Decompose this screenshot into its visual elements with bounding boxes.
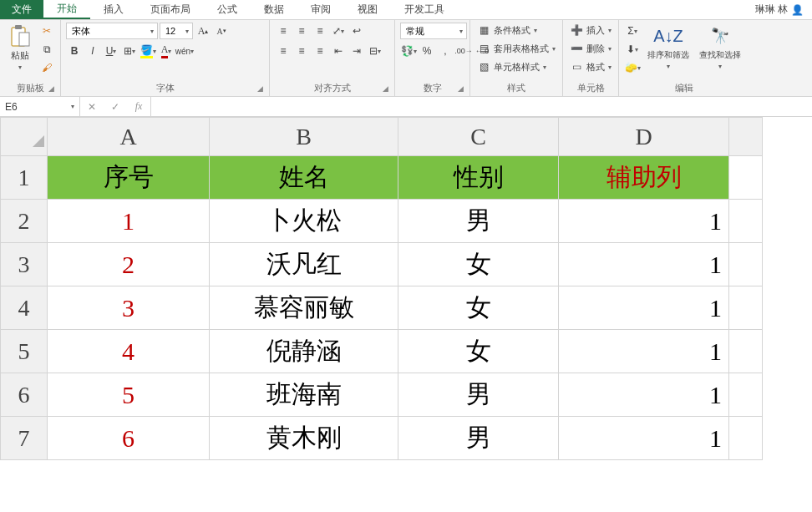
tab-data[interactable]: 数据: [251, 0, 297, 19]
row-header-4[interactable]: 4: [1, 286, 48, 330]
tab-developer[interactable]: 开发工具: [391, 0, 458, 19]
font-name-combo[interactable]: 宋体 ▾: [66, 23, 158, 39]
fill-button[interactable]: ⬇▾: [624, 41, 641, 58]
cell-styles-button[interactable]: ▧ 单元格样式 ▾: [475, 59, 548, 74]
cell[interactable]: 4: [48, 330, 210, 373]
cell[interactable]: 男: [398, 200, 559, 243]
decrease-indent-button[interactable]: ⇤: [330, 43, 347, 59]
cell[interactable]: 1: [559, 373, 729, 417]
cut-button[interactable]: ✂: [38, 23, 55, 39]
cell[interactable]: 6: [48, 417, 210, 460]
dialog-launcher-icon[interactable]: ◢: [381, 84, 389, 93]
tab-home[interactable]: 开始: [43, 0, 90, 19]
cell[interactable]: [729, 286, 763, 330]
borders-button[interactable]: ⊞▾: [121, 43, 138, 59]
cell[interactable]: 辅助列: [559, 156, 729, 200]
format-as-table-button[interactable]: ▤ 套用表格格式 ▾: [475, 41, 557, 56]
cell[interactable]: [729, 330, 763, 373]
cell[interactable]: 2: [48, 243, 210, 286]
font-color-button[interactable]: A▾: [158, 43, 175, 59]
italic-button[interactable]: I: [84, 43, 101, 59]
col-header-e[interactable]: [729, 118, 763, 156]
row-header-6[interactable]: 6: [1, 373, 48, 417]
cell[interactable]: 1: [559, 417, 729, 460]
cell[interactable]: [729, 156, 763, 200]
cell[interactable]: 女: [398, 243, 559, 286]
format-cells-button[interactable]: ▭ 格式 ▾: [568, 59, 613, 74]
merge-center-button[interactable]: ⊟▾: [367, 43, 383, 59]
comma-button[interactable]: ,: [437, 43, 454, 59]
clear-button[interactable]: 🧽▾: [624, 59, 641, 76]
col-header-a[interactable]: A: [48, 118, 210, 156]
align-left-button[interactable]: ≡: [275, 43, 292, 59]
cell[interactable]: 序号: [48, 156, 210, 200]
delete-cells-button[interactable]: ➖ 删除 ▾: [568, 41, 613, 56]
cell[interactable]: 女: [398, 286, 559, 330]
cell[interactable]: 姓名: [210, 156, 398, 200]
increase-indent-button[interactable]: ⇥: [348, 43, 365, 59]
align-top-button[interactable]: ≡: [275, 23, 292, 39]
align-bottom-button[interactable]: ≡: [312, 23, 328, 39]
align-right-button[interactable]: ≡: [312, 43, 328, 59]
pinyin-button[interactable]: wén▾: [176, 43, 193, 59]
currency-button[interactable]: 💱▾: [400, 43, 417, 59]
fill-color-button[interactable]: 🪣▾: [140, 43, 156, 59]
cell[interactable]: 3: [48, 286, 210, 330]
tab-formulas[interactable]: 公式: [204, 0, 251, 19]
sort-filter-button[interactable]: A↓Z 排序和筛选 ▾: [644, 23, 693, 72]
wrap-text-button[interactable]: ↩: [348, 23, 365, 39]
tab-page-layout[interactable]: 页面布局: [137, 0, 204, 19]
cell[interactable]: 1: [559, 243, 729, 286]
paste-button[interactable]: 粘贴 ▾: [5, 23, 35, 73]
select-all-corner[interactable]: [1, 118, 48, 156]
underline-button[interactable]: U▾: [103, 43, 119, 59]
user-name[interactable]: 琳琳 林 👤: [747, 0, 812, 19]
row-header-7[interactable]: 7: [1, 417, 48, 460]
cell[interactable]: 1: [559, 330, 729, 373]
cell[interactable]: 卜火松: [210, 200, 398, 243]
cell[interactable]: 倪静涵: [210, 330, 398, 373]
autosum-button[interactable]: Σ▾: [624, 23, 641, 39]
font-size-combo[interactable]: 12 ▾: [160, 23, 193, 39]
cancel-formula-button[interactable]: ✕: [80, 97, 104, 116]
cell[interactable]: [729, 200, 763, 243]
col-header-b[interactable]: B: [210, 118, 398, 156]
cell[interactable]: 男: [398, 373, 559, 417]
cell[interactable]: 班海南: [210, 373, 398, 417]
bold-button[interactable]: B: [66, 43, 83, 59]
number-format-combo[interactable]: 常规 ▾: [400, 23, 467, 39]
dialog-launcher-icon[interactable]: ◢: [256, 84, 264, 93]
orientation-button[interactable]: ⤢▾: [330, 23, 347, 39]
cell[interactable]: 男: [398, 417, 559, 460]
tab-insert[interactable]: 插入: [90, 0, 137, 19]
cell[interactable]: 1: [48, 200, 210, 243]
cell[interactable]: 1: [559, 200, 729, 243]
decrease-font-button[interactable]: A▾: [213, 23, 230, 39]
conditional-format-button[interactable]: ▦ 条件格式 ▾: [475, 23, 539, 38]
cell[interactable]: 慕容丽敏: [210, 286, 398, 330]
cell[interactable]: 1: [559, 286, 729, 330]
find-select-button[interactable]: 🔭 查找和选择 ▾: [696, 23, 744, 72]
dialog-launcher-icon[interactable]: ◢: [47, 84, 55, 93]
cell[interactable]: [729, 417, 763, 460]
insert-function-button[interactable]: fx: [127, 97, 150, 116]
col-header-d[interactable]: D: [559, 118, 729, 156]
format-painter-button[interactable]: 🖌: [38, 59, 55, 76]
increase-font-button[interactable]: A▴: [195, 23, 211, 39]
tab-review[interactable]: 审阅: [297, 0, 344, 19]
cell[interactable]: 5: [48, 373, 210, 417]
insert-cells-button[interactable]: ➕ 插入 ▾: [568, 23, 613, 38]
cell[interactable]: 性别: [398, 156, 559, 200]
row-header-1[interactable]: 1: [1, 156, 48, 200]
align-center-button[interactable]: ≡: [293, 43, 310, 59]
col-header-c[interactable]: C: [398, 118, 559, 156]
increase-decimal-button[interactable]: .00→: [455, 43, 472, 59]
cell[interactable]: [729, 243, 763, 286]
cell[interactable]: 女: [398, 330, 559, 373]
copy-button[interactable]: ⧉: [38, 41, 55, 58]
row-header-2[interactable]: 2: [1, 200, 48, 243]
name-box[interactable]: E6 ▾: [0, 97, 80, 116]
cell[interactable]: [729, 373, 763, 417]
row-header-3[interactable]: 3: [1, 243, 48, 286]
dialog-launcher-icon[interactable]: ◢: [456, 84, 464, 93]
